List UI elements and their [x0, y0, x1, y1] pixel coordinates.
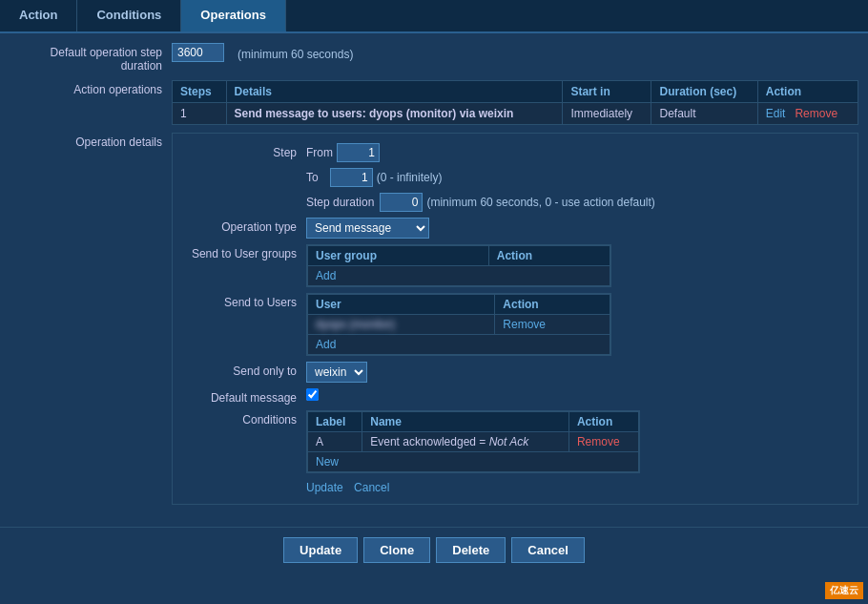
cond-name-cell: Event acknowledged = Not Ack [362, 432, 569, 452]
users-add-link[interactable]: Add [316, 338, 336, 351]
tab-operations[interactable]: Operations [181, 0, 286, 31]
user-groups-table: User group Action Add [307, 245, 610, 286]
tab-conditions[interactable]: Conditions [77, 0, 181, 31]
to-value: To (0 - infinitely) [306, 168, 848, 187]
to-spacer [182, 168, 306, 171]
main-content: Default operation step duration (minimum… [0, 33, 868, 522]
user-name-cell: dyops (monitor) [308, 315, 495, 335]
op-type-select[interactable]: Send message Remote command [306, 218, 429, 239]
default-message-label: Default message [182, 388, 306, 405]
duration-hint: (minimum 60 seconds) [238, 45, 353, 61]
user-groups-table-container: User group Action Add [306, 244, 611, 287]
cond-col-name: Name [362, 412, 569, 432]
from-input[interactable] [337, 143, 380, 162]
step-value: From [306, 143, 848, 162]
user-groups-add-link[interactable]: Add [316, 269, 336, 282]
u-col-user: User [308, 295, 495, 315]
users-table-container: User Action dyops (monitor) [306, 293, 611, 356]
ops-start-in: Immediately [563, 103, 651, 125]
user-name-blurred: dyops (monitor) [316, 318, 395, 331]
users-table: User Action dyops (monitor) [307, 294, 610, 355]
send-only-label: Send only to [182, 362, 306, 378]
cond-action-cell: Remove [568, 432, 638, 452]
ug-add-row: Add [308, 266, 610, 286]
cond-col-action: Action [568, 412, 638, 432]
edit-link[interactable]: Edit [766, 107, 786, 120]
to-hint: (0 - infinitely) [377, 171, 443, 184]
to-label: To [306, 171, 319, 184]
op-details-panel: Step From To (0 - infinitely) [172, 133, 858, 505]
tab-action[interactable]: Action [0, 0, 77, 31]
watermark: 亿速云 [825, 582, 863, 599]
col-start-in: Start in [563, 81, 651, 103]
cond-col-label: Label [308, 412, 362, 432]
send-only-value: weixin email sms [306, 362, 848, 383]
step-row: Step From [182, 143, 848, 162]
ug-col-action: Action [488, 246, 610, 266]
users-add-cell: Add [308, 335, 610, 355]
users-add-row: Add [308, 335, 610, 355]
operation-details-label: Operation details [10, 133, 172, 149]
conditions-row: Conditions Label Name Action [182, 410, 848, 473]
ops-table-container: Steps Details Start in Duration (sec) Ac… [172, 80, 858, 125]
users-row: Send to Users User Action [182, 293, 848, 356]
conditions-value: Label Name Action A Event acknowledged =… [306, 410, 848, 473]
users-label: Send to Users [182, 293, 306, 309]
user-groups-row: Send to User groups User group Action [182, 244, 848, 287]
ug-add-cell: Add [308, 266, 610, 286]
default-message-value [306, 388, 848, 401]
send-only-select[interactable]: weixin email sms [306, 362, 367, 383]
conditions-label: Conditions [182, 410, 306, 427]
send-only-row: Send only to weixin email sms [182, 362, 848, 383]
ops-row: 1 Send message to users: dyops (monitor)… [173, 103, 858, 125]
default-message-checkbox[interactable] [306, 388, 319, 401]
cancel-button[interactable]: Cancel [511, 537, 585, 563]
step-duration-input[interactable] [380, 193, 423, 212]
op-cancel-link[interactable]: Cancel [354, 481, 389, 494]
to-row: To (0 - infinitely) [182, 168, 848, 187]
user-groups-label: Send to User groups [182, 244, 306, 260]
step-duration-spacer [182, 193, 306, 196]
remove-link[interactable]: Remove [795, 107, 837, 120]
action-operations-row: Action operations Steps Details Start in… [10, 80, 858, 125]
default-duration-label: Default operation step duration [10, 43, 172, 73]
cond-new-cell: New [308, 452, 639, 472]
op-type-value: Send message Remote command [306, 218, 848, 239]
update-button[interactable]: Update [283, 537, 358, 563]
col-duration: Duration (sec) [651, 81, 757, 103]
user-remove-link[interactable]: Remove [503, 318, 546, 331]
cond-row: A Event acknowledged = Not Ack Remove [308, 432, 639, 452]
ops-details: Send message to users: dyops (monitor) v… [226, 103, 563, 125]
cond-new-row: New [308, 452, 639, 472]
from-label: From [306, 146, 333, 159]
u-col-action: Action [495, 295, 610, 315]
conditions-table: Label Name Action A Event acknowledged =… [307, 411, 639, 472]
op-type-label: Operation type [182, 218, 306, 234]
default-duration-input[interactable] [172, 43, 224, 62]
op-update-link[interactable]: Update [306, 481, 343, 494]
step-duration-label: Step duration [306, 196, 374, 209]
user-action-cell: Remove [495, 315, 610, 335]
conditions-table-container: Label Name Action A Event acknowledged =… [306, 410, 640, 473]
default-message-row: Default message [182, 388, 848, 405]
default-duration-row: Default operation step duration (minimum… [10, 43, 858, 73]
step-duration-value: Step duration (minimum 60 seconds, 0 - u… [306, 193, 848, 212]
col-action: Action [757, 81, 858, 103]
cond-remove-link[interactable]: Remove [577, 435, 620, 448]
ops-step: 1 [173, 103, 227, 125]
delete-button[interactable]: Delete [436, 537, 506, 563]
operation-details-row: Operation details Step From To (0 - infi [10, 133, 858, 505]
step-duration-row: Step duration (minimum 60 seconds, 0 - u… [182, 193, 848, 212]
tabs-bar: Action Conditions Operations [0, 0, 868, 33]
ops-duration-val: Default [651, 103, 757, 125]
clone-button[interactable]: Clone [363, 537, 430, 563]
to-input[interactable] [330, 168, 373, 187]
ops-table: Steps Details Start in Duration (sec) Ac… [172, 80, 858, 125]
step-duration-hint: (minimum 60 seconds, 0 - use action defa… [426, 196, 654, 209]
cond-label-cell: A [308, 432, 362, 452]
col-details: Details [226, 81, 563, 103]
step-label: Step [182, 143, 306, 159]
users-value: User Action dyops (monitor) [306, 293, 848, 356]
conditions-new-link[interactable]: New [316, 455, 339, 469]
col-steps: Steps [173, 81, 227, 103]
